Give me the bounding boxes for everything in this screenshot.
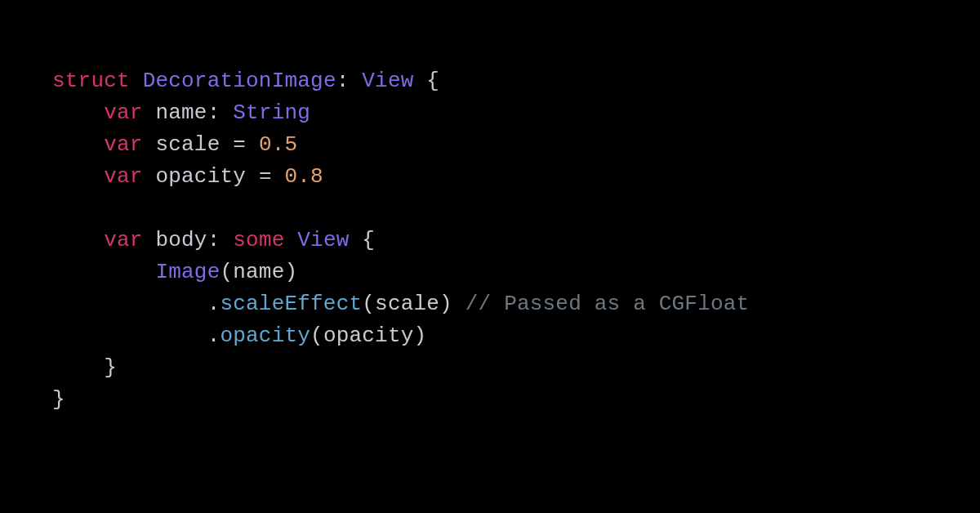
- lparen: (: [362, 292, 375, 316]
- space: [130, 69, 143, 93]
- space: [143, 164, 156, 189]
- ident-opacity: opacity: [155, 164, 246, 189]
- indent: [52, 323, 207, 348]
- method-scaleeffect: scaleEffect: [220, 292, 362, 316]
- indent: [52, 164, 104, 189]
- space: [143, 132, 156, 157]
- colon: :: [207, 228, 234, 252]
- arg-opacity: opacity: [323, 323, 414, 348]
- space: [143, 100, 156, 125]
- ident-body: body: [155, 228, 207, 252]
- close-brace: }: [104, 355, 117, 380]
- space: [285, 228, 298, 252]
- ident-name: name: [155, 100, 207, 125]
- close-brace: }: [52, 387, 65, 412]
- keyword-var: var: [104, 164, 142, 189]
- keyword-some: some: [233, 228, 284, 252]
- equals: =: [246, 164, 284, 189]
- ident-scale: scale: [155, 132, 220, 157]
- lparen: (: [310, 323, 323, 348]
- rparen: ): [414, 323, 427, 348]
- indent: [52, 292, 207, 316]
- indent: [52, 228, 104, 252]
- indent: [52, 260, 155, 284]
- method-opacity: opacity: [220, 323, 310, 348]
- space: [143, 228, 156, 252]
- literal-opacity: 0.8: [285, 164, 323, 189]
- dot: .: [207, 323, 220, 348]
- literal-scale: 0.5: [259, 132, 297, 157]
- keyword-var: var: [104, 100, 142, 125]
- indent: [52, 132, 104, 157]
- open-brace: {: [350, 228, 376, 252]
- arg-scale: scale: [375, 292, 439, 316]
- colon: :: [207, 100, 234, 125]
- open-brace: {: [414, 69, 440, 93]
- keyword-struct: struct: [52, 69, 130, 93]
- indent: [52, 100, 104, 125]
- indent: [52, 355, 104, 380]
- keyword-var: var: [104, 228, 142, 252]
- equals: =: [220, 132, 258, 157]
- keyword-var: var: [104, 132, 142, 157]
- arg-name: name: [233, 260, 284, 284]
- lparen: (: [220, 260, 233, 284]
- code-snippet: struct DecorationImage: View { var name:…: [0, 0, 980, 416]
- type-view-2: View: [297, 228, 349, 252]
- comment-cgfloat: // Passed as a CGFloat: [466, 292, 750, 316]
- type-image: Image: [155, 260, 220, 284]
- colon: :: [336, 69, 363, 93]
- type-string: String: [233, 100, 310, 125]
- rparen-sp: ): [439, 292, 466, 316]
- dot: .: [207, 292, 220, 316]
- type-view: View: [362, 69, 413, 93]
- type-decorationimage: DecorationImage: [143, 69, 336, 93]
- rparen: ): [284, 260, 297, 284]
